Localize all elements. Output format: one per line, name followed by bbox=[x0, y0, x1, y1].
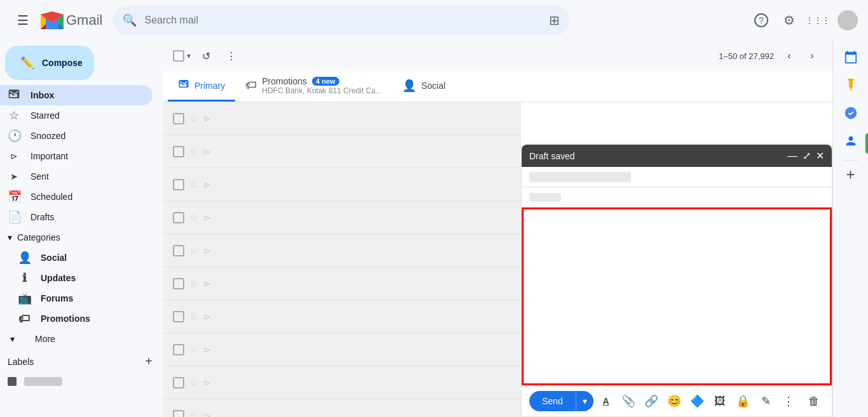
insert-link-button[interactable]: 🔗 bbox=[641, 391, 661, 411]
compose-edit-icon: ✏️ bbox=[20, 56, 34, 70]
google-drive-button[interactable]: 🔷 bbox=[687, 391, 707, 411]
label-item-1[interactable] bbox=[0, 371, 163, 392]
select-all-arrow[interactable]: ▾ bbox=[187, 51, 191, 60]
contacts-app-button[interactable] bbox=[838, 129, 864, 155]
row-snooze[interactable]: ⊳ bbox=[203, 147, 211, 157]
pagination-prev-button[interactable]: ‹ bbox=[779, 46, 799, 66]
row-star[interactable]: ☆ bbox=[189, 112, 198, 124]
settings-button[interactable]: ⚙ bbox=[776, 8, 802, 33]
sidebar-item-important[interactable]: ⊳ Important bbox=[0, 146, 153, 166]
sidebar-more[interactable]: ▾ More bbox=[0, 329, 163, 349]
row-checkbox[interactable] bbox=[173, 410, 184, 418]
row-star[interactable]: ☆ bbox=[189, 244, 198, 256]
send-button[interactable]: Send ▾ bbox=[529, 391, 593, 411]
table-row[interactable]: ☆ ⊳ bbox=[163, 201, 521, 234]
row-snooze[interactable]: ⊳ bbox=[203, 180, 211, 190]
pagination-next-button[interactable]: › bbox=[802, 46, 822, 66]
send-button-label[interactable]: Send bbox=[529, 391, 576, 411]
row-star[interactable]: ☆ bbox=[189, 211, 198, 223]
confidential-button[interactable]: 🔒 bbox=[733, 391, 753, 411]
compose-minimize-button[interactable]: — bbox=[787, 150, 797, 162]
table-row[interactable]: ☆ ⊳ bbox=[163, 267, 521, 300]
format-text-button[interactable]: A bbox=[596, 391, 616, 411]
row-star[interactable]: ☆ bbox=[189, 310, 198, 322]
compose-expand-button[interactable]: ⤢ bbox=[803, 150, 811, 162]
sidebar-item-sent[interactable]: ➤ Sent bbox=[0, 166, 153, 187]
sidebar-item-updates[interactable]: ℹ Updates bbox=[0, 268, 153, 288]
compose-body[interactable] bbox=[522, 208, 832, 385]
sidebar-item-inbox[interactable]: Inbox bbox=[0, 85, 153, 105]
row-star[interactable]: ☆ bbox=[189, 376, 198, 388]
discard-draft-button[interactable]: 🗑 bbox=[804, 391, 824, 411]
compose-close-button[interactable]: ✕ bbox=[816, 150, 824, 162]
more-options-button[interactable]: ⋮ bbox=[778, 391, 799, 411]
row-checkbox[interactable] bbox=[173, 212, 184, 223]
table-row[interactable]: ☆ ⊳ bbox=[163, 399, 521, 417]
tab-primary[interactable]: Primary bbox=[168, 71, 235, 102]
row-star[interactable]: ☆ bbox=[189, 145, 198, 157]
categories-header[interactable]: ▾ Categories bbox=[0, 227, 163, 248]
row-checkbox[interactable] bbox=[173, 311, 184, 322]
more-toolbar-button[interactable]: ⋮ bbox=[221, 46, 241, 66]
row-checkbox[interactable] bbox=[173, 179, 184, 190]
table-row[interactable]: ☆ ⊳ bbox=[163, 333, 521, 366]
add-app-button[interactable]: + bbox=[846, 166, 855, 183]
tab-promotions[interactable]: 🏷 Promotions 4 new HDFC Bank, Kotak 811 … bbox=[235, 71, 392, 102]
compose-subject-field[interactable] bbox=[522, 187, 832, 208]
search-filter-icon[interactable]: ⊞ bbox=[549, 13, 560, 28]
sidebar-item-snoozed[interactable]: 🕐 Snoozed bbox=[0, 126, 153, 146]
row-checkbox[interactable] bbox=[173, 344, 184, 355]
menu-button[interactable]: ☰ bbox=[10, 8, 36, 33]
select-all-checkbox[interactable] bbox=[173, 50, 184, 62]
row-checkbox[interactable] bbox=[173, 377, 184, 388]
mail-list[interactable]: ☆ ⊳ ☆ ⊳ ☆ ⊳ ☆ ⊳ bbox=[163, 102, 521, 417]
sidebar-item-forums[interactable]: 📺 Forums bbox=[0, 288, 153, 308]
row-star[interactable]: ☆ bbox=[189, 409, 198, 417]
row-checkbox[interactable] bbox=[173, 245, 184, 256]
compose-to-field[interactable] bbox=[522, 167, 832, 187]
sidebar-item-scheduled[interactable]: 📅 Scheduled bbox=[0, 187, 153, 207]
table-row[interactable]: ☆ ⊳ bbox=[163, 102, 521, 135]
sidebar-item-social[interactable]: 👤 Social bbox=[0, 248, 153, 268]
row-snooze[interactable]: ⊳ bbox=[203, 114, 211, 124]
row-snooze[interactable]: ⊳ bbox=[203, 312, 211, 322]
sidebar-item-promotions[interactable]: 🏷 Promotions bbox=[0, 308, 153, 329]
sidebar-item-starred[interactable]: ☆ Starred bbox=[0, 105, 153, 126]
table-row[interactable]: ☆ ⊳ bbox=[163, 300, 521, 333]
insert-emoji-button[interactable]: 😊 bbox=[664, 391, 684, 411]
search-input[interactable] bbox=[144, 15, 541, 26]
attach-file-button[interactable]: 📎 bbox=[618, 391, 639, 411]
row-snooze[interactable]: ⊳ bbox=[203, 345, 211, 355]
table-row[interactable]: ☆ ⊳ bbox=[163, 366, 521, 399]
row-snooze[interactable]: ⊳ bbox=[203, 246, 211, 256]
tab-social[interactable]: 👤 Social bbox=[392, 71, 456, 102]
row-checkbox[interactable] bbox=[173, 146, 184, 157]
row-checkbox[interactable] bbox=[173, 113, 184, 124]
table-row[interactable]: ☆ ⊳ bbox=[163, 168, 521, 201]
search-bar[interactable]: 🔍 ⊞ bbox=[112, 6, 570, 35]
labels-add-button[interactable]: + bbox=[145, 354, 153, 369]
send-dropdown-arrow[interactable]: ▾ bbox=[576, 391, 593, 411]
table-row[interactable]: ☆ ⊳ bbox=[163, 135, 521, 168]
select-all-wrapper[interactable]: ▾ bbox=[173, 50, 191, 62]
avatar[interactable] bbox=[837, 10, 858, 30]
sidebar-item-drafts[interactable]: 📄 Drafts bbox=[0, 207, 153, 227]
row-snooze[interactable]: ⊳ bbox=[203, 378, 211, 388]
help-button[interactable]: ? bbox=[749, 8, 774, 33]
signature-button[interactable]: ✎ bbox=[756, 391, 776, 411]
compose-button[interactable]: ✏️ Compose bbox=[5, 46, 94, 80]
row-snooze[interactable]: ⊳ bbox=[203, 279, 211, 289]
keep-app-button[interactable] bbox=[838, 74, 864, 99]
row-snooze[interactable]: ⊳ bbox=[203, 213, 211, 223]
row-star[interactable]: ☆ bbox=[189, 178, 198, 190]
insert-photo-button[interactable]: 🖼 bbox=[710, 391, 730, 411]
row-checkbox[interactable] bbox=[173, 278, 184, 289]
apps-button[interactable]: ⋮⋮⋮ bbox=[804, 8, 830, 33]
table-row[interactable]: ☆ ⊳ bbox=[163, 234, 521, 267]
tasks-app-button[interactable] bbox=[838, 102, 864, 127]
row-star[interactable]: ☆ bbox=[189, 343, 198, 355]
row-star[interactable]: ☆ bbox=[189, 277, 198, 289]
calendar-app-button[interactable] bbox=[838, 46, 864, 71]
row-snooze[interactable]: ⊳ bbox=[203, 411, 211, 418]
refresh-button[interactable]: ↺ bbox=[196, 46, 216, 66]
